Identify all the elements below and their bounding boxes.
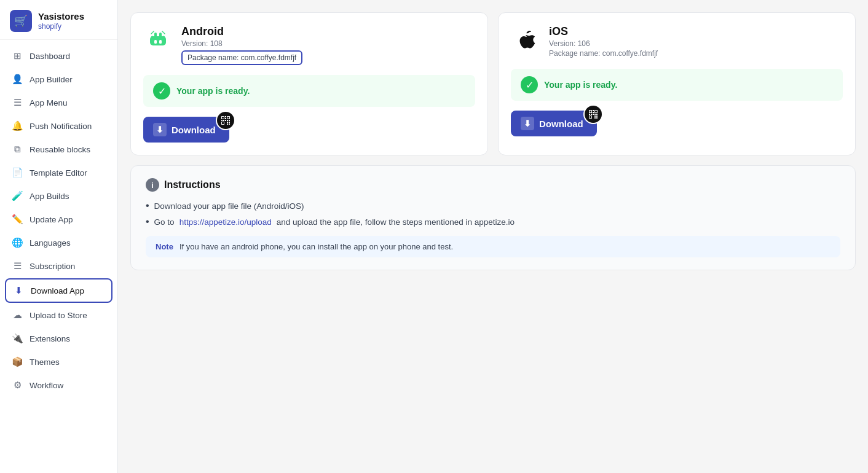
instruction-step2-prefix: Go to bbox=[154, 217, 175, 227]
svg-rect-18 bbox=[229, 123, 230, 125]
sidebar-label-app-builder: App Builder bbox=[30, 75, 73, 84]
ios-download-btn-icon: ⬇ bbox=[521, 117, 534, 130]
svg-rect-41 bbox=[594, 114, 596, 115]
svg-rect-32 bbox=[594, 115, 596, 117]
svg-rect-10 bbox=[222, 117, 224, 119]
sidebar-item-workflow[interactable]: ⚙ Workflow bbox=[5, 374, 112, 396]
svg-rect-38 bbox=[589, 114, 590, 115]
sidebar-item-app-menu[interactable]: ☰ App Menu bbox=[5, 92, 112, 114]
svg-rect-29 bbox=[595, 111, 597, 112]
ios-card: iOS Version: 106 Package name: com.coffy… bbox=[498, 12, 856, 155]
upload-to-store-icon: ☁ bbox=[11, 309, 23, 321]
android-card: Android Version: 108 Package name: com.c… bbox=[130, 12, 488, 155]
android-qr-badge[interactable] bbox=[216, 111, 235, 130]
info-icon: i bbox=[146, 178, 159, 192]
sidebar-label-languages: Languages bbox=[30, 238, 71, 248]
ios-logo bbox=[511, 25, 540, 55]
note-label: Note bbox=[156, 242, 173, 251]
brand-sub: shopify bbox=[38, 22, 84, 31]
android-header: Android Version: 108 Package name: com.c… bbox=[143, 25, 475, 65]
android-ready-icon: ✓ bbox=[153, 82, 170, 100]
instruction-step1: Download your app file file (Android/iOS… bbox=[146, 200, 840, 211]
svg-rect-40 bbox=[593, 114, 594, 115]
sidebar-item-push-notification[interactable]: 🔔 Push Notification bbox=[5, 115, 112, 137]
svg-rect-2 bbox=[150, 36, 166, 45]
instructions-list: Download your app file file (Android/iOS… bbox=[146, 200, 840, 227]
sidebar-label-upload-to-store: Upload to Store bbox=[30, 311, 87, 320]
svg-rect-7 bbox=[154, 40, 157, 44]
note-banner: Note If you have an android phone, you c… bbox=[146, 236, 840, 257]
ios-ready-icon: ✓ bbox=[521, 76, 538, 93]
svg-rect-25 bbox=[229, 120, 230, 121]
svg-rect-39 bbox=[591, 114, 592, 115]
template-editor-icon: 📄 bbox=[11, 166, 23, 179]
sidebar-label-app-menu: App Menu bbox=[30, 98, 68, 108]
sidebar-label-extensions: Extensions bbox=[30, 334, 70, 343]
dashboard-icon: ⊞ bbox=[11, 50, 23, 62]
svg-rect-19 bbox=[225, 116, 226, 117]
sidebar-item-app-builds[interactable]: 🧪 App Builds bbox=[5, 185, 112, 207]
update-app-icon: ✏️ bbox=[11, 213, 23, 225]
themes-icon: 📦 bbox=[11, 356, 23, 368]
appetize-link[interactable]: https://appetize.io/upload bbox=[180, 217, 272, 227]
sidebar-label-template-editor: Template Editor bbox=[30, 168, 87, 178]
sidebar-item-app-builder[interactable]: 👤 App Builder bbox=[5, 68, 112, 90]
app-menu-icon: ☰ bbox=[11, 96, 23, 109]
sidebar-item-template-editor[interactable]: 📄 Template Editor bbox=[5, 162, 112, 184]
svg-rect-20 bbox=[225, 118, 226, 119]
ios-ready-text: Your app is ready. bbox=[544, 80, 617, 90]
svg-rect-3 bbox=[154, 33, 157, 37]
sidebar-item-themes[interactable]: 📦 Themes bbox=[5, 351, 112, 373]
svg-rect-23 bbox=[225, 120, 226, 121]
android-info: Android Version: 108 Package name: com.c… bbox=[181, 25, 302, 65]
sidebar-label-workflow: Workflow bbox=[30, 381, 63, 390]
svg-rect-4 bbox=[159, 33, 162, 37]
svg-rect-42 bbox=[596, 114, 598, 115]
svg-line-6 bbox=[162, 31, 165, 34]
app-builds-icon: 🧪 bbox=[11, 190, 23, 202]
sidebar-label-download-app: Download App bbox=[31, 286, 84, 295]
svg-rect-17 bbox=[227, 123, 228, 125]
android-title: Android bbox=[181, 25, 302, 38]
instruction-step2-suffix: and upload the app file, follow the step… bbox=[277, 217, 515, 227]
android-download-btn-icon: ⬇ bbox=[153, 123, 167, 136]
instructions-title-row: i Instructions bbox=[146, 178, 840, 192]
note-text: If you have an android phone, you can in… bbox=[180, 242, 453, 251]
android-logo bbox=[143, 25, 173, 55]
ios-version: Version: 106 bbox=[549, 39, 658, 48]
download-app-icon: ⬇ bbox=[12, 284, 25, 297]
sidebar-item-dashboard[interactable]: ⊞ Dashboard bbox=[5, 45, 112, 67]
instructions-card: i Instructions Download your app file fi… bbox=[130, 165, 856, 270]
brand-icon: 🛒 bbox=[10, 10, 32, 32]
workflow-icon: ⚙ bbox=[11, 379, 23, 391]
subscription-icon: ☰ bbox=[11, 260, 23, 272]
instruction-step2: Go to https://appetize.io/upload and upl… bbox=[146, 216, 840, 227]
svg-rect-34 bbox=[594, 117, 596, 119]
sidebar-item-languages[interactable]: 🌐 Languages bbox=[5, 232, 112, 254]
sidebar-item-reusable-blocks[interactable]: ⧉ Reusable blocks bbox=[5, 138, 112, 160]
sidebar-item-extensions[interactable]: 🔌 Extensions bbox=[5, 327, 112, 350]
languages-icon: 🌐 bbox=[11, 237, 23, 249]
sidebar-item-upload-to-store[interactable]: ☁ Upload to Store bbox=[5, 304, 112, 326]
svg-rect-16 bbox=[229, 122, 230, 123]
sidebar-label-subscription: Subscription bbox=[30, 262, 75, 271]
push-notification-icon: 🔔 bbox=[11, 120, 23, 132]
android-download-label: Download bbox=[172, 125, 216, 135]
svg-rect-37 bbox=[593, 112, 594, 113]
sidebar-item-download-app[interactable]: ⬇ Download App bbox=[5, 278, 112, 303]
android-ready-text: Your app is ready. bbox=[176, 86, 250, 96]
sidebar-item-subscription[interactable]: ☰ Subscription bbox=[5, 255, 112, 277]
sidebar-nav: ⊞ Dashboard 👤 App Builder ☰ App Menu 🔔 P… bbox=[0, 45, 117, 397]
svg-rect-27 bbox=[590, 111, 591, 112]
brand-header: 🛒 Yasistores shopify bbox=[0, 0, 117, 40]
ios-qr-badge[interactable] bbox=[583, 104, 603, 124]
sidebar-item-update-app[interactable]: ✏️ Update App bbox=[5, 208, 112, 230]
platform-cards-row: Android Version: 108 Package name: com.c… bbox=[130, 12, 856, 155]
sidebar-label-themes: Themes bbox=[30, 358, 60, 367]
sidebar-label-dashboard: Dashboard bbox=[30, 52, 70, 61]
ios-download-wrap: ⬇ Download bbox=[511, 111, 597, 136]
svg-line-5 bbox=[151, 31, 154, 34]
svg-rect-35 bbox=[596, 117, 598, 119]
android-download-wrap: ⬇ Download bbox=[143, 117, 229, 143]
svg-rect-21 bbox=[221, 120, 223, 121]
